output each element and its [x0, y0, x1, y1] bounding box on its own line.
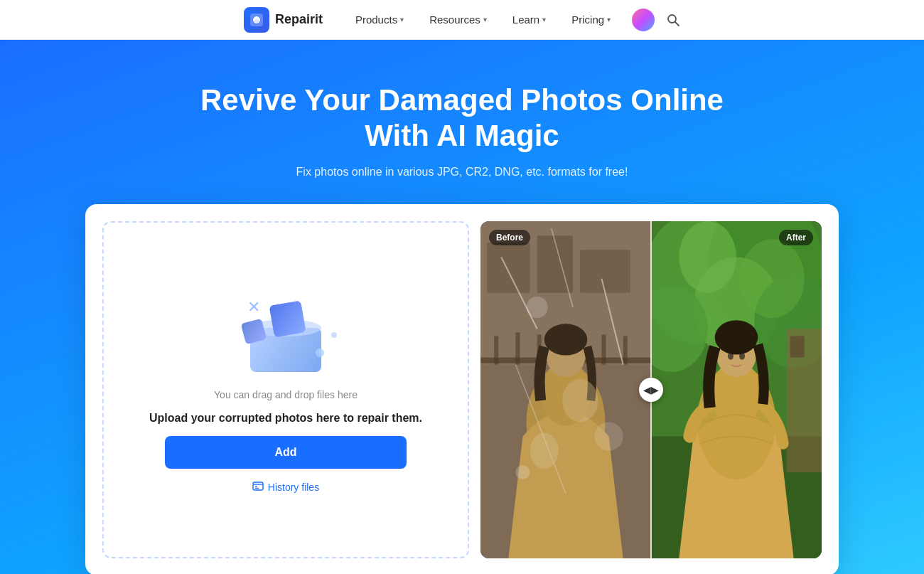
nav-pricing[interactable]: Pricing ▾: [562, 8, 621, 31]
after-label: After: [779, 230, 813, 245]
hero-subtitle: Fix photos online in various JPG, CR2, D…: [296, 166, 628, 179]
products-chevron-icon: ▾: [400, 16, 404, 23]
resources-chevron-icon: ▾: [483, 16, 487, 23]
before-panel: [480, 221, 651, 558]
nav-learn[interactable]: Learn ▾: [503, 8, 556, 31]
svg-point-2: [668, 15, 676, 23]
add-button[interactable]: Add: [165, 436, 407, 469]
svg-text:✕: ✕: [247, 298, 260, 316]
history-label: History files: [268, 482, 319, 493]
divider-handle[interactable]: ◀▶: [639, 378, 663, 402]
after-panel: [651, 221, 822, 558]
learn-chevron-icon: ▾: [542, 16, 546, 23]
svg-rect-59: [651, 221, 822, 558]
main-card: ✕: [85, 204, 839, 574]
upload-area: ✕: [102, 221, 469, 558]
svg-rect-41: [480, 221, 651, 558]
before-label: Before: [489, 230, 530, 245]
logo[interactable]: Repairit: [244, 7, 323, 33]
history-icon: [252, 480, 264, 494]
svg-point-10: [331, 332, 337, 338]
pricing-chevron-icon: ▾: [607, 16, 611, 23]
hero-title: Revive Your Damaged Photos Online With A…: [178, 83, 746, 154]
upload-illustration: ✕: [229, 285, 343, 378]
logo-icon: [244, 7, 269, 33]
svg-line-3: [675, 22, 679, 26]
upload-main-text: Upload your corrupted photos here to rep…: [149, 412, 422, 425]
svg-rect-6: [269, 301, 306, 338]
svg-rect-11: [253, 482, 263, 490]
nav-products[interactable]: Products ▾: [345, 8, 414, 31]
drag-drop-text: You can drag and drop files here: [214, 389, 358, 400]
search-icon[interactable]: [666, 13, 680, 27]
before-after-container: Before After: [480, 221, 822, 558]
nav-resources[interactable]: Resources ▾: [419, 8, 497, 31]
history-link[interactable]: History files: [252, 480, 319, 494]
hero-section: Revive Your Damaged Photos Online With A…: [0, 40, 924, 574]
navbar: Repairit Products ▾ Resources ▾ Learn ▾ …: [0, 0, 924, 40]
avatar[interactable]: [632, 9, 655, 31]
logo-label: Repairit: [275, 12, 323, 27]
svg-point-9: [316, 349, 324, 357]
